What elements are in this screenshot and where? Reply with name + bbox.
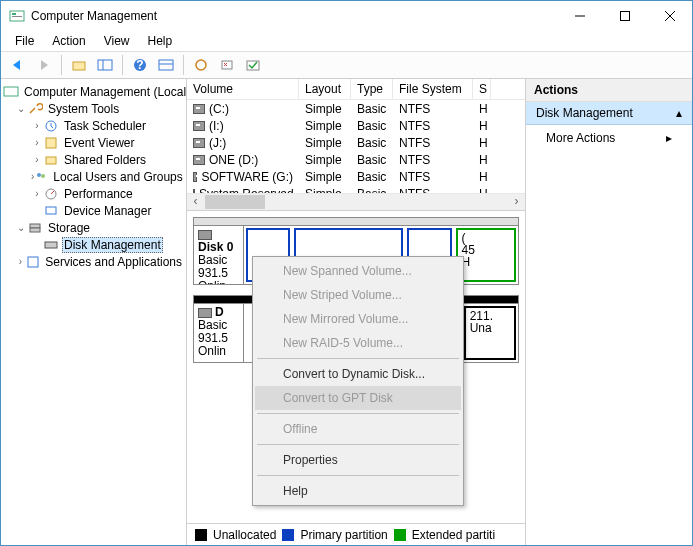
volume-columns[interactable]: Volume Layout Type File System S [187,79,525,100]
help-button[interactable]: ? [129,54,151,76]
tree-root[interactable]: Computer Management (Local [1,83,186,100]
disk-icon [43,237,59,253]
view-button[interactable] [155,54,177,76]
disk-info[interactable]: D Basic 931.5 Onlin [194,304,244,362]
partition[interactable]: ( 45 H [456,228,516,282]
col-fs[interactable]: File System [393,79,473,99]
tree-disk-management[interactable]: Disk Management [1,236,186,253]
computer-icon [3,84,19,100]
back-button[interactable] [7,54,29,76]
scroll-thumb[interactable] [205,195,265,209]
tree-shared-folders[interactable]: ›Shared Folders [1,151,186,168]
volume-status: H [473,136,491,150]
tree-local-users[interactable]: ›Local Users and Groups [1,168,186,185]
window-title: Computer Management [31,9,557,23]
svg-rect-19 [46,138,56,148]
volume-row[interactable]: System ReservedSimpleBasicNTFSH [187,185,525,193]
expander-icon[interactable]: › [31,188,43,199]
perf-icon [43,186,59,202]
scroll-track[interactable] [266,194,508,210]
horizontal-scrollbar[interactable]: ‹ › [187,193,525,210]
tree-label: System Tools [46,102,121,116]
svg-text:?: ? [136,58,143,72]
actions-section[interactable]: Disk Management ▴ [526,102,692,125]
menu-action[interactable]: Action [44,32,93,50]
actions-more-label: More Actions [546,131,615,145]
maximize-button[interactable] [602,1,647,31]
device-icon [43,203,59,219]
expander-icon[interactable]: › [31,120,43,131]
svg-rect-26 [30,228,40,232]
tree-storage[interactable]: ⌄Storage [1,219,186,236]
volume-row[interactable]: SOFTWARE (G:)SimpleBasicNTFSH [187,168,525,185]
up-button[interactable] [68,54,90,76]
minimize-button[interactable] [557,1,602,31]
disk-type: Basic [198,318,227,332]
svg-rect-8 [98,60,112,70]
actions-header: Actions [526,79,692,102]
volume-layout: Simple [299,153,351,167]
disk-info[interactable]: Disk 0 Basic 931.5 Onlin [194,226,244,284]
svg-rect-27 [45,242,57,248]
menu-file[interactable]: File [7,32,42,50]
expander-icon[interactable]: ⌄ [15,222,27,233]
volume-status: H [473,153,491,167]
disk-type: Basic [198,253,227,267]
col-status[interactable]: S [473,79,491,99]
expander-icon[interactable]: › [15,256,26,267]
expander-icon[interactable]: › [31,137,43,148]
menu-help[interactable]: Help [140,32,181,50]
volume-row[interactable]: (C:)SimpleBasicNTFSH [187,100,525,117]
legend-swatch-primary [282,529,294,541]
disk-label: D [215,305,224,319]
partition[interactable]: 211. Una [464,306,516,360]
context-menu-item: New RAID-5 Volume... [255,331,461,355]
volume-layout: Simple [299,102,351,116]
context-menu-item[interactable]: Properties [255,448,461,472]
tree-system-tools[interactable]: ⌄ System Tools [1,100,186,117]
disk-size: 931.5 [198,331,228,345]
menu-view[interactable]: View [96,32,138,50]
scroll-left-icon[interactable]: ‹ [187,194,204,210]
tree-label: Services and Applications [43,255,184,269]
show-hide-tree-button[interactable] [94,54,116,76]
menu-separator [257,413,459,414]
close-button[interactable] [647,1,692,31]
disk-size: 931.5 [198,266,228,280]
context-menu-item[interactable]: Convert to Dynamic Disk... [255,362,461,386]
actions-more[interactable]: More Actions ▸ [526,125,692,151]
refresh-button[interactable] [190,54,212,76]
disk-icon [198,308,212,318]
tree-task-scheduler[interactable]: ›Task Scheduler [1,117,186,134]
volume-type: Basic [351,153,393,167]
scroll-right-icon[interactable]: › [508,194,525,210]
context-menu-item: Convert to GPT Disk [255,386,461,410]
col-layout[interactable]: Layout [299,79,351,99]
volume-row[interactable]: ONE (D:)SimpleBasicNTFSH [187,151,525,168]
context-menu-item[interactable]: Help [255,479,461,503]
svg-rect-1 [12,13,16,15]
col-volume[interactable]: Volume [187,79,299,99]
context-menu[interactable]: New Spanned Volume...New Striped Volume.… [252,256,464,506]
volume-type: Basic [351,102,393,116]
volume-list[interactable]: Volume Layout Type File System S (C:)Sim… [187,79,525,211]
svg-rect-12 [159,60,173,70]
legend: Unallocated Primary partition Extended p… [187,523,525,545]
volume-icon [193,155,205,165]
properties-button[interactable] [242,54,264,76]
forward-button[interactable] [33,54,55,76]
col-type[interactable]: Type [351,79,393,99]
tree-event-viewer[interactable]: ›Event Viewer [1,134,186,151]
expander-icon[interactable]: ⌄ [15,103,27,114]
tree-services[interactable]: ›Services and Applications [1,253,186,270]
settings-button[interactable] [216,54,238,76]
nav-tree[interactable]: Computer Management (Local ⌄ System Tool… [1,79,187,545]
toolbar: ? [1,51,692,79]
volume-row[interactable]: (J:)SimpleBasicNTFSH [187,134,525,151]
tree-device-manager[interactable]: Device Manager [1,202,186,219]
volume-row[interactable]: (I:)SimpleBasicNTFSH [187,117,525,134]
tree-performance[interactable]: ›Performance [1,185,186,202]
expander-icon[interactable]: › [31,154,43,165]
titlebar: Computer Management [1,1,692,31]
legend-swatch-unallocated [195,529,207,541]
